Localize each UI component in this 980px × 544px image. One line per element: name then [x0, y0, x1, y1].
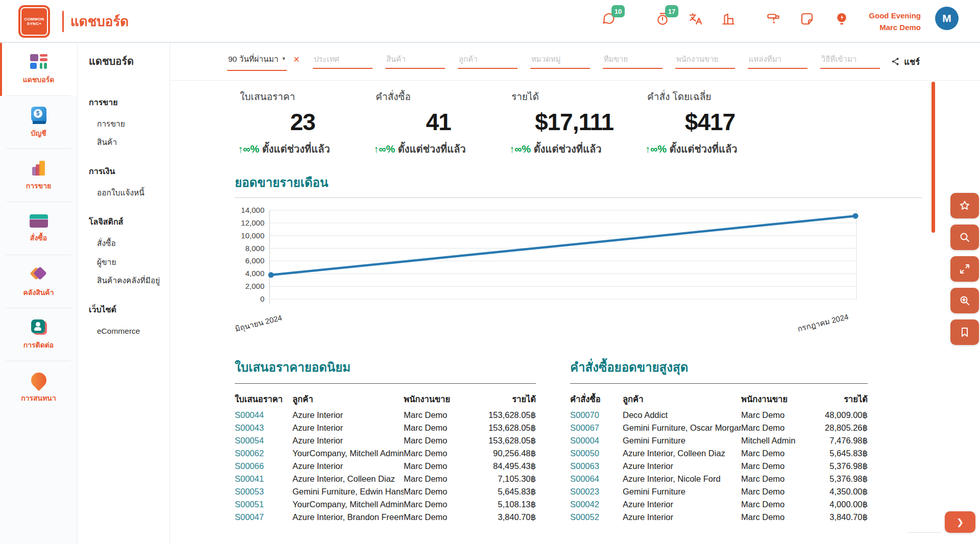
timer-icon[interactable]: 17	[655, 11, 670, 27]
salesperson-cell: Marc Demo	[741, 460, 798, 473]
share-button[interactable]: แชร์	[891, 55, 920, 68]
chart-label: 2,000	[245, 282, 264, 290]
filter-input-4[interactable]	[530, 55, 590, 69]
order-id-link[interactable]: S00050	[570, 447, 623, 460]
avatar[interactable]: M	[935, 7, 959, 30]
kpi-label: คำสั่งซื้อ	[371, 89, 506, 104]
menu-item-stock[interactable]: สินค้าคงคลังที่มีอยู่	[89, 276, 169, 286]
filter-input-8[interactable]	[820, 55, 880, 69]
filter-input-2[interactable]	[385, 55, 445, 69]
rail-item-discuss[interactable]: การสนทนา	[0, 361, 77, 414]
top-header: COMMON SYNC+ แดชบอร์ด 10 17 Good Evening…	[0, 0, 980, 43]
salesperson-cell: Marc Demo	[404, 511, 468, 524]
order-id-link[interactable]: S00067	[570, 422, 623, 434]
order-id-link[interactable]: S00042	[570, 498, 623, 511]
app-rail: แดชบอร์ด $ บัญชี การขาย สั่งซื้อ คลังสิน…	[0, 43, 78, 544]
col-header: ลูกค้า	[292, 390, 404, 409]
building-icon[interactable]	[721, 11, 736, 27]
search-button[interactable]	[950, 225, 979, 250]
order-id-link[interactable]: S00053	[235, 485, 292, 498]
order-id-link[interactable]: S00043	[235, 422, 292, 434]
menu-item-vendors[interactable]: ผู้ขาย	[89, 257, 169, 267]
kpi-row: ใบเสนอราคา 23 ↑∞% ตั้งแต่ช่วงที่แล้ว คำส…	[235, 89, 778, 157]
discuss-app-icon	[28, 369, 49, 390]
rail-item-inventory[interactable]: คลังสินค้า	[0, 255, 77, 308]
kpi-revenue: รายได้ $17,111 ↑∞% ตั้งแต่ช่วงที่แล้ว	[506, 89, 642, 157]
order-id-link[interactable]: S00052	[570, 511, 623, 524]
translate-icon[interactable]	[688, 11, 703, 27]
note-icon[interactable]	[799, 11, 815, 27]
col-header: คำสั่งซื้อ	[570, 390, 623, 409]
filter-input-6[interactable]	[675, 55, 735, 69]
table-header-row: ใบเสนอราคา ลูกค้า พนักงานขาย รายได้	[235, 390, 536, 409]
order-id-link[interactable]: S00064	[570, 473, 623, 485]
zoom-button[interactable]	[950, 288, 979, 313]
chart-label: 8,000	[245, 244, 264, 253]
user-greeting: Good Evening Marc Demo	[856, 10, 921, 34]
chevron-down-icon: ▼	[281, 56, 286, 61]
chart-label: 4,000	[245, 269, 264, 278]
customer-cell: Deco Addict	[623, 409, 741, 422]
rail-item-sales[interactable]: การขาย	[0, 149, 77, 202]
bookmark-button[interactable]	[950, 319, 979, 345]
col-header: ใบเสนอราคา	[235, 390, 292, 409]
salesperson-cell: Marc Demo	[404, 485, 468, 498]
rail-item-purchase[interactable]: สั่งซื้อ	[0, 202, 77, 255]
chat-icon[interactable]: 10	[601, 11, 617, 27]
paint-roller-icon[interactable]	[766, 11, 781, 27]
order-id-link[interactable]: S00062	[235, 447, 292, 460]
table-row: S00023Gemini FurnitureMarc Demo4,350.00฿	[570, 485, 868, 498]
expand-button[interactable]	[950, 256, 979, 282]
salesperson-cell: Marc Demo	[404, 409, 468, 422]
filter-input-3[interactable]	[458, 55, 518, 69]
revenue-cell: 5,645.83฿	[468, 485, 536, 498]
next-page-button[interactable]: ❯	[945, 511, 975, 533]
order-id-link[interactable]: S00044	[235, 409, 292, 422]
salesperson-cell: Marc Demo	[741, 422, 798, 434]
timer-badge: 17	[665, 5, 678, 17]
order-id-link[interactable]: S00023	[570, 485, 623, 498]
revenue-cell: 153,628.05฿	[468, 422, 536, 434]
filter-input-7[interactable]	[748, 55, 807, 69]
order-id-link[interactable]: S00063	[570, 460, 623, 473]
salesperson-cell: Marc Demo	[741, 485, 798, 498]
greeting-line1: Good Evening	[856, 10, 921, 21]
order-id-link[interactable]: S00051	[235, 498, 292, 511]
inventory-app-icon	[31, 266, 47, 282]
menu-item-purchase[interactable]: สั่งซื้อ	[89, 238, 169, 249]
customer-cell: Azure Interior	[623, 498, 741, 511]
kpi-delta: ↑∞% ตั้งแต่ช่วงที่แล้ว	[506, 141, 642, 157]
menu-item-ecommerce[interactable]: eCommerce	[89, 326, 169, 336]
revenue-cell: 153,628.05฿	[468, 434, 536, 447]
filter-input-5[interactable]	[603, 55, 663, 69]
clear-filter-icon[interactable]: ✕	[293, 55, 300, 64]
app-logo[interactable]: COMMON SYNC+	[18, 5, 50, 38]
menu-item-products[interactable]: สินค้า	[89, 137, 169, 147]
order-id-link[interactable]: S00041	[235, 473, 292, 485]
menu-item-invoicing[interactable]: ออกใบแจ้งหนี้	[89, 188, 169, 198]
menu-group-title: โลจิสติกส์	[89, 215, 169, 228]
revenue-cell: 5,645.83฿	[798, 447, 868, 460]
order-id-link[interactable]: S00054	[235, 434, 292, 447]
scrollbar-thumb[interactable]	[932, 82, 935, 233]
order-id-link[interactable]: S00047	[235, 511, 292, 524]
rail-item-dashboard[interactable]: แดชบอร์ด	[0, 43, 77, 96]
kpi-value: 41	[371, 108, 506, 136]
main-content: 90 วันที่ผ่านมา ▼ ✕ แชร์ ใบเสนอราคา 23 ↑…	[170, 43, 980, 544]
lightbulb-icon[interactable]	[834, 11, 849, 27]
page-title: แดชบอร์ด	[78, 43, 169, 69]
rail-item-contacts[interactable]: การติดต่อ	[0, 308, 77, 361]
share-label: แชร์	[904, 55, 920, 68]
favorite-button[interactable]	[950, 193, 979, 218]
chart-shape	[853, 213, 859, 219]
menu-item-sales[interactable]: การขาย	[89, 119, 169, 129]
revenue-cell: 48,009.00฿	[798, 409, 868, 422]
order-id-link[interactable]: S00066	[235, 460, 292, 473]
order-id-link[interactable]: S00070	[570, 409, 623, 422]
order-id-link[interactable]: S00004	[570, 434, 623, 447]
rail-item-accounting[interactable]: $ บัญชี	[0, 96, 77, 149]
table-row: S00043Azure InteriorMarc Demo153,628.05฿	[235, 422, 536, 434]
date-range-filter[interactable]: 90 วันที่ผ่านมา ▼	[227, 53, 287, 71]
table-row: S00044Azure InteriorMarc Demo153,628.05฿	[235, 409, 536, 422]
filter-input-1[interactable]	[313, 55, 373, 69]
